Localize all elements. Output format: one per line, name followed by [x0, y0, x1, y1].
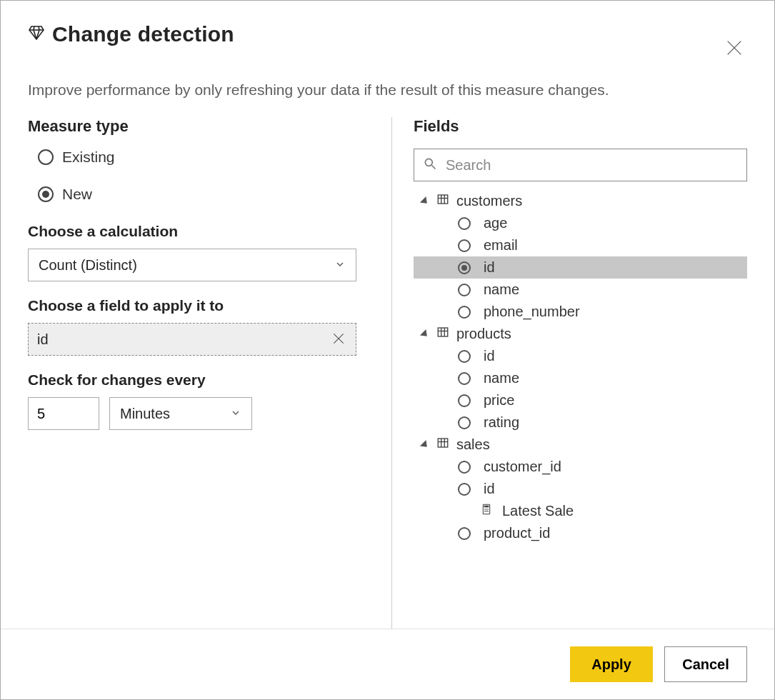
field-node[interactable]: Latest Sale — [414, 500, 747, 522]
diamond-icon — [28, 24, 45, 44]
radio-label: Existing — [62, 149, 115, 166]
chevron-down-icon — [334, 257, 346, 274]
field-node[interactable]: phone_number — [414, 301, 747, 323]
interval-row: Minutes — [28, 397, 370, 430]
expand-icon — [420, 439, 430, 449]
field-name: id — [484, 259, 495, 276]
svg-point-4 — [425, 159, 432, 166]
table-name: sales — [456, 436, 490, 453]
calculation-select[interactable]: Count (Distinct) — [28, 249, 356, 281]
field-name: name — [484, 281, 519, 298]
table-name: customers — [456, 193, 522, 209]
cancel-button[interactable]: Cancel — [664, 646, 747, 682]
interval-unit-select[interactable]: Minutes — [109, 397, 252, 430]
field-node[interactable]: price — [414, 389, 747, 411]
table-node[interactable]: products — [414, 323, 747, 345]
dialog-title: Change detection — [52, 22, 234, 46]
field-node[interactable]: customer_id — [414, 456, 747, 478]
field-node[interactable]: rating — [414, 411, 747, 434]
table-icon — [436, 436, 449, 453]
close-button[interactable] — [721, 35, 747, 63]
field-name: name — [484, 370, 519, 386]
table-name: products — [456, 326, 511, 342]
field-radio-icon — [458, 461, 471, 474]
dialog-header: Change detection — [28, 22, 747, 63]
search-input[interactable] — [444, 156, 738, 174]
field-node[interactable]: name — [414, 367, 747, 389]
chevron-down-icon — [230, 406, 241, 422]
field-node[interactable]: name — [414, 279, 747, 301]
field-node[interactable]: id — [414, 345, 747, 367]
svg-line-5 — [432, 166, 436, 169]
radio-existing[interactable]: Existing — [38, 149, 370, 166]
expand-icon — [420, 329, 430, 339]
close-icon — [331, 337, 346, 348]
measure-type-title: Measure type — [28, 117, 370, 136]
table-icon — [436, 193, 449, 209]
field-node[interactable]: id — [414, 478, 747, 500]
change-detection-dialog: Change detection Improve performance by … — [1, 1, 774, 629]
interval-unit-value: Minutes — [120, 406, 170, 422]
field-name: email — [484, 237, 518, 254]
title-row: Change detection — [28, 22, 234, 46]
svg-point-23 — [484, 511, 486, 512]
apply-field-chip[interactable]: id — [28, 323, 356, 356]
fields-search[interactable] — [414, 149, 747, 181]
svg-rect-14 — [438, 439, 448, 447]
dialog-subtitle: Improve performance by only refreshing y… — [28, 81, 747, 99]
calculation-label: Choose a calculation — [28, 223, 370, 240]
table-node[interactable]: customers — [414, 190, 747, 212]
search-icon — [423, 156, 437, 174]
field-radio-icon — [458, 483, 471, 496]
table-node[interactable]: sales — [414, 434, 747, 456]
svg-point-20 — [484, 509, 486, 510]
field-radio-icon — [458, 372, 471, 385]
expand-icon — [420, 196, 430, 206]
measure-type-radio-group: Existing New — [38, 149, 370, 203]
left-panel: Measure type Existing New Choose a calcu… — [28, 117, 392, 629]
apply-field-label: Choose a field to apply it to — [28, 297, 370, 314]
field-radio-icon — [458, 261, 471, 274]
field-name: age — [484, 215, 507, 231]
field-radio-icon — [458, 394, 471, 407]
dialog-content: Measure type Existing New Choose a calcu… — [28, 117, 747, 629]
svg-rect-10 — [438, 328, 448, 336]
dialog-footer: Apply Cancel — [1, 629, 774, 699]
radio-icon — [38, 149, 54, 165]
svg-point-24 — [486, 511, 487, 512]
svg-point-25 — [487, 511, 489, 512]
field-node[interactable]: product_id — [414, 522, 747, 544]
svg-point-21 — [486, 509, 487, 510]
svg-rect-19 — [484, 506, 489, 508]
field-radio-icon — [458, 239, 471, 252]
apply-button[interactable]: Apply — [570, 646, 653, 682]
clear-field-button[interactable] — [330, 330, 347, 349]
interval-label: Check for changes every — [28, 371, 370, 389]
fields-tree[interactable]: customersageemailidnamephone_numberprodu… — [414, 190, 747, 629]
radio-label: New — [62, 186, 92, 203]
interval-value-input[interactable] — [28, 397, 99, 430]
calculation-value: Count (Distinct) — [39, 257, 137, 274]
field-radio-icon — [458, 217, 471, 230]
field-radio-icon — [458, 306, 471, 319]
svg-rect-6 — [438, 195, 448, 204]
fields-panel: Fields customersageemailidnamephone_numb… — [392, 117, 747, 629]
field-node[interactable]: id — [414, 256, 747, 279]
svg-point-22 — [487, 509, 489, 510]
field-radio-icon — [458, 527, 471, 540]
field-radio-icon — [458, 284, 471, 296]
field-name: phone_number — [484, 304, 580, 320]
field-radio-icon — [458, 416, 471, 429]
field-name: product_id — [484, 525, 550, 541]
field-node[interactable]: age — [414, 212, 747, 234]
close-icon — [724, 49, 744, 60]
measure-icon — [481, 503, 492, 519]
radio-new[interactable]: New — [38, 186, 370, 203]
field-radio-icon — [458, 350, 471, 363]
field-name: customer_id — [484, 459, 561, 475]
apply-field-value: id — [37, 331, 49, 348]
field-name: rating — [484, 414, 519, 431]
field-name: Latest Sale — [502, 503, 574, 519]
field-node[interactable]: email — [414, 234, 747, 256]
radio-icon — [38, 186, 54, 202]
